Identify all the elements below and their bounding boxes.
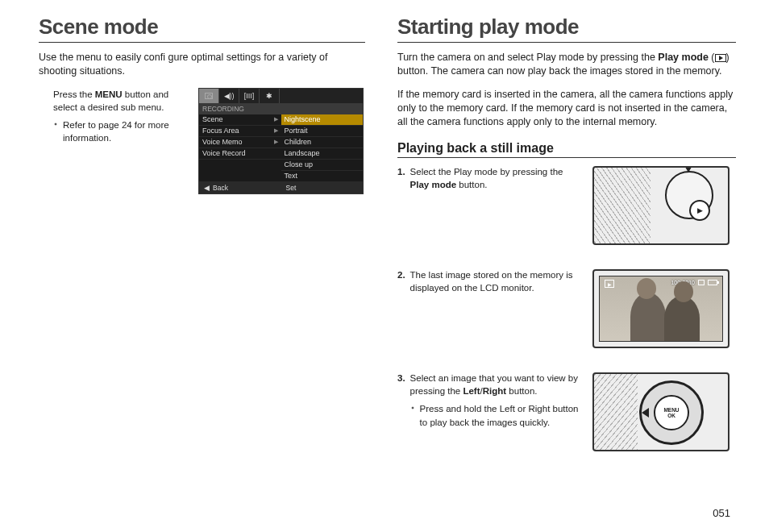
menu-tabs: ◀)) [III] ✱ xyxy=(199,89,363,103)
play-button-icon: ▶ xyxy=(689,200,710,221)
menu-item-voice-record: Voice Record xyxy=(199,148,281,160)
down-arrow-icon xyxy=(683,166,694,172)
menu-empty xyxy=(199,160,281,182)
submenu-closeup: Close up xyxy=(281,160,364,171)
menu-tab-camera-icon xyxy=(199,89,219,103)
submenu-children: Children xyxy=(281,137,364,148)
battery-icon xyxy=(708,280,717,285)
play-mode-icon: ▶ xyxy=(605,280,614,288)
play-mode-icon xyxy=(715,54,726,62)
step-1-text: 1. Select the Play mode by pressing the … xyxy=(397,166,583,245)
submenu-text: Text xyxy=(281,171,364,182)
menu-tab-setup-icon: ✱ xyxy=(260,89,280,103)
menu-left-col: Scene▶ Focus Area▶ Voice Memo▶ Voice Rec… xyxy=(199,114,281,182)
submenu-portrait: Portrait xyxy=(281,126,364,137)
step-3-note: Press and hold the Left or Right button … xyxy=(410,402,583,428)
menu-tab-sound-icon: ◀)) xyxy=(219,89,239,103)
chevron-right-icon: ▶ xyxy=(274,139,278,145)
step-3-illustration: MENUOK xyxy=(592,372,730,451)
menu-item-focus-area: Focus Area▶ xyxy=(199,126,281,137)
menu-footer: ◀Back Set xyxy=(199,182,363,193)
camera-menu-mock: ◀)) [III] ✱ RECORDING Scene▶ Focus Area▶… xyxy=(198,88,364,194)
play-mode-intro-2: If the memory card is inserted in the ca… xyxy=(397,88,736,129)
menu-set: Set xyxy=(281,182,364,193)
chevron-right-icon: ▶ xyxy=(274,127,278,134)
menu-section-label: RECORDING xyxy=(199,103,363,114)
scene-mode-intro: Use the menu to easily confi gure optima… xyxy=(39,51,365,78)
step-1-illustration: ▶ xyxy=(592,166,730,245)
menu-instruction-block: Press the MENU button and select a desir… xyxy=(53,88,189,194)
menu-item-scene: Scene▶ xyxy=(199,114,281,126)
page-number: 051 xyxy=(713,507,730,519)
step-2-row: 2. The last image stored on the memory i… xyxy=(397,269,736,348)
right-column: Starting play mode Turn the camera on an… xyxy=(397,15,736,516)
play-mode-intro-1: Turn the camera on and select Play mode … xyxy=(397,51,736,78)
step-3-body: Select an image that you want to view by… xyxy=(410,372,583,451)
menu-item-voice-memo: Voice Memo▶ xyxy=(199,137,281,148)
step-2-text: 2. The last image stored on the memory i… xyxy=(397,269,583,348)
step-2-num: 2. xyxy=(397,269,405,348)
left-arrow-icon xyxy=(642,408,649,418)
step-3-num: 3. xyxy=(397,372,405,451)
lcd-screen: ▶ 100-0010 xyxy=(599,276,723,342)
menu-tab-display-icon: [III] xyxy=(239,89,260,103)
scene-mode-heading: Scene mode xyxy=(39,15,365,43)
play-mode-heading: Starting play mode xyxy=(397,15,736,43)
step-1-num: 1. xyxy=(397,166,405,245)
step-2-body: The last image stored on the memory is d… xyxy=(410,269,583,348)
step-3-text: 3. Select an image that you want to view… xyxy=(397,372,583,451)
menu-right-col: Nightscene Portrait Children Landscape C… xyxy=(281,114,364,182)
menu-body: Scene▶ Focus Area▶ Voice Memo▶ Voice Rec… xyxy=(199,114,363,182)
menu-bold: MENU xyxy=(95,89,123,99)
step-2-illustration: ▶ 100-0010 xyxy=(592,269,730,348)
refer-note: Refer to page 24 for more information. xyxy=(53,118,189,144)
chevron-left-icon: ◀ xyxy=(204,184,210,192)
page-columns: Scene mode Use the menu to easily confi … xyxy=(39,15,737,516)
menu-back: ◀Back xyxy=(199,182,281,193)
left-column: Scene mode Use the menu to easily confi … xyxy=(39,15,365,516)
card-icon xyxy=(698,280,705,285)
step-1-row: 1. Select the Play mode by pressing the … xyxy=(397,166,736,245)
playback-still-subheading: Playing back a still image xyxy=(397,141,736,158)
step-1-body: Select the Play mode by pressing the Pla… xyxy=(410,166,583,245)
menu-instruction: Press the MENU button and select a desir… xyxy=(53,88,189,114)
submenu-landscape: Landscape xyxy=(281,148,364,160)
instr-pre: Press the xyxy=(53,89,95,99)
chevron-right-icon: ▶ xyxy=(274,116,278,123)
step-3-row: 3. Select an image that you want to view… xyxy=(397,372,736,451)
submenu-nightscene: Nightscene xyxy=(281,114,364,126)
left-inner-row: Press the MENU button and select a desir… xyxy=(39,88,365,194)
